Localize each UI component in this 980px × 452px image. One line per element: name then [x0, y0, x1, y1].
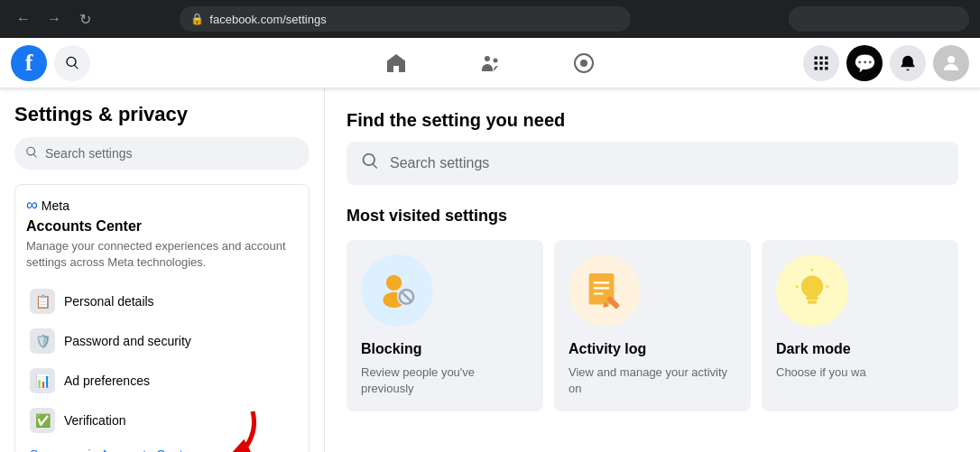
meta-label: Meta [42, 198, 69, 213]
svg-point-0 [485, 56, 490, 61]
svg-rect-28 [808, 300, 817, 303]
see-more-link[interactable]: See more in Accounts Center [26, 444, 198, 452]
menu-item-personal-details[interactable]: 📋 Personal details [26, 281, 298, 321]
settings-cards: Blocking Review people you've previously [347, 240, 958, 411]
svg-rect-12 [825, 67, 827, 69]
svg-rect-9 [825, 61, 827, 64]
reload-button[interactable]: ↻ [72, 6, 97, 32]
password-security-label: Password and security [64, 334, 191, 348]
setting-card-dark-mode[interactable]: Dark mode Choose if you wa [762, 240, 958, 411]
blocking-card-desc: Review people you've previously [361, 364, 529, 397]
main-search-input[interactable] [390, 155, 944, 171]
svg-rect-5 [819, 56, 822, 59]
svg-point-1 [494, 58, 498, 62]
sidebar-search-input[interactable] [45, 146, 299, 161]
back-button[interactable]: ← [11, 6, 36, 32]
password-security-icon: 🛡️ [30, 328, 55, 354]
blocking-icon [361, 254, 433, 327]
dark-mode-card-desc: Choose if you wa [776, 364, 944, 381]
apps-grid-button[interactable] [803, 45, 839, 81]
see-more-container: See more in Accounts Center [26, 440, 298, 452]
main-search-bar[interactable] [347, 142, 958, 185]
verification-label: Verification [64, 413, 125, 428]
navbar-right: 💬 [803, 45, 969, 81]
browser-toolbar-right [789, 6, 969, 32]
menu-item-verification[interactable]: ✅ Verification [26, 401, 298, 440]
nav-friends[interactable] [445, 42, 535, 85]
forward-button[interactable]: → [42, 6, 67, 32]
ad-preferences-label: Ad preferences [64, 374, 150, 388]
svg-point-26 [801, 276, 823, 298]
sidebar-search[interactable] [14, 137, 310, 170]
sidebar-search-icon [25, 146, 38, 161]
dark-mode-card-title: Dark mode [776, 341, 944, 357]
activity-log-card-title: Activity log [569, 341, 736, 357]
user-avatar[interactable] [933, 45, 969, 81]
blocking-card-title: Blocking [361, 341, 529, 357]
accounts-center-card: ∞ Meta Accounts Center Manage your conne… [14, 184, 310, 452]
svg-rect-4 [815, 56, 818, 59]
facebook-navbar: f 💬 [0, 38, 980, 88]
svg-rect-8 [819, 61, 822, 64]
personal-details-icon: 📋 [30, 289, 55, 314]
nav-watch[interactable] [539, 42, 629, 85]
navbar-center-nav [351, 42, 629, 85]
activity-log-icon [569, 254, 641, 327]
browser-chrome: ← → ↻ 🔒 facebook.com/settings [0, 0, 980, 38]
lock-icon: 🔒 [190, 13, 204, 25]
most-visited-title: Most visited settings [347, 207, 958, 226]
menu-item-password-security[interactable]: 🛡️ Password and security [26, 321, 298, 361]
notifications-button[interactable] [890, 45, 926, 81]
svg-rect-6 [825, 56, 827, 59]
main-layout: Settings & privacy ∞ Meta Accounts Cente… [0, 88, 980, 452]
svg-rect-10 [815, 67, 818, 69]
setting-card-activity-log[interactable]: Activity log View and manage your activi… [554, 240, 751, 411]
svg-point-15 [386, 275, 402, 291]
svg-point-3 [580, 60, 587, 67]
dark-mode-icon [776, 254, 848, 327]
ad-preferences-icon: 📊 [30, 368, 55, 393]
svg-rect-11 [819, 67, 822, 69]
browser-nav-buttons: ← → ↻ [11, 6, 97, 32]
setting-card-blocking[interactable]: Blocking Review people you've previously [347, 240, 543, 411]
messenger-button[interactable]: 💬 [846, 45, 883, 81]
accounts-center-title: Accounts Center [26, 218, 298, 235]
sidebar-title: Settings & privacy [7, 103, 317, 137]
nav-home[interactable] [351, 42, 441, 85]
accounts-center-desc: Manage your connected experiences and ac… [26, 238, 298, 271]
menu-item-ad-preferences[interactable]: 📊 Ad preferences [26, 361, 298, 401]
right-content: Find the setting you need Most visited s… [325, 88, 980, 452]
facebook-logo[interactable]: f [11, 45, 47, 81]
activity-log-card-desc: View and manage your activity on [569, 364, 736, 397]
main-search-icon [361, 152, 379, 175]
svg-rect-27 [806, 297, 818, 300]
personal-details-label: Personal details [64, 294, 154, 309]
url-text: facebook.com/settings [209, 13, 326, 26]
svg-point-13 [948, 56, 955, 63]
find-setting-title: Find the setting you need [347, 110, 958, 131]
meta-logo: ∞ Meta [26, 196, 298, 215]
verification-icon: ✅ [30, 408, 55, 433]
address-bar[interactable]: 🔒 facebook.com/settings [180, 6, 631, 32]
navbar-search-button[interactable] [54, 45, 90, 81]
meta-icon: ∞ [26, 196, 38, 215]
svg-rect-7 [815, 61, 818, 64]
left-sidebar: Settings & privacy ∞ Meta Accounts Cente… [0, 88, 325, 452]
